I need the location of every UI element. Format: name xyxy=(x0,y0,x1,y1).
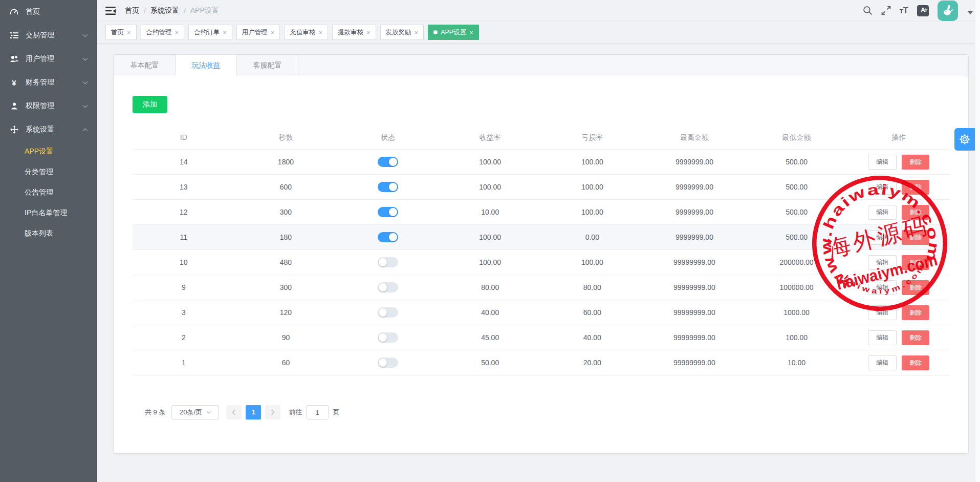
page-size-value: 20条/页 xyxy=(180,408,202,417)
cell-actions: 编辑删除 xyxy=(847,330,950,345)
tab[interactable]: 基本配置 xyxy=(114,55,176,75)
sidebar-sub-item[interactable]: 分类管理 xyxy=(0,162,97,182)
edit-button[interactable]: 编辑 xyxy=(868,255,897,270)
page-number-current[interactable]: 1 xyxy=(246,405,261,420)
cell-id: 1 xyxy=(133,359,235,367)
tab[interactable]: 玩法收益 xyxy=(176,55,237,75)
cell-actions: 编辑删除 xyxy=(847,205,950,220)
cell-min-amount: 500.00 xyxy=(746,158,848,166)
cell-profit-rate: 40.00 xyxy=(439,308,541,317)
status-toggle[interactable] xyxy=(378,257,398,267)
toggle-knob xyxy=(389,158,397,166)
close-icon[interactable]: × xyxy=(127,29,131,36)
column-header: 秒数 xyxy=(235,133,337,142)
tag-label: 首页 xyxy=(111,28,124,37)
view-tag[interactable]: 首页 × xyxy=(105,25,137,40)
close-icon[interactable]: × xyxy=(175,29,179,36)
edit-button[interactable]: 编辑 xyxy=(868,280,897,295)
sidebar-item-users[interactable]: 用户管理 xyxy=(0,47,97,71)
cell-profit-rate: 10.00 xyxy=(439,208,541,216)
sidebar-sub-item[interactable]: APP设置 xyxy=(0,141,97,162)
caret-down-icon[interactable] xyxy=(968,11,973,14)
view-tag[interactable]: 合约订单 × xyxy=(188,25,232,40)
table-row: 10 480 100.00 100.00 99999999.00 200000.… xyxy=(133,250,950,275)
delete-button[interactable]: 删除 xyxy=(902,205,929,220)
delete-button[interactable]: 删除 xyxy=(902,280,929,295)
edit-button[interactable]: 编辑 xyxy=(868,155,897,170)
status-toggle[interactable] xyxy=(378,182,398,192)
trade-list-icon xyxy=(9,31,19,39)
close-icon[interactable]: × xyxy=(469,29,473,36)
delete-button[interactable]: 删除 xyxy=(902,255,929,270)
collapse-sidebar-icon[interactable] xyxy=(105,6,116,15)
column-header: ID xyxy=(133,133,235,142)
navbar: 首页 / 系统设置 / APP设置 TT A 文 xyxy=(97,0,980,22)
settings-drawer-button[interactable] xyxy=(954,128,975,151)
cell-actions: 编辑删除 xyxy=(847,155,950,170)
delete-button[interactable]: 删除 xyxy=(902,305,929,320)
delete-button[interactable]: 删除 xyxy=(902,330,929,345)
add-button[interactable]: 添加 xyxy=(133,96,167,113)
translate-icon[interactable]: A 文 xyxy=(917,5,929,16)
cell-id: 2 xyxy=(133,333,235,342)
edit-button[interactable]: 编辑 xyxy=(868,305,897,320)
cell-loss-rate: 100.00 xyxy=(541,183,644,191)
view-tag[interactable]: APP设置 × xyxy=(428,25,479,40)
close-icon[interactable]: × xyxy=(318,29,322,36)
sidebar-sub-item[interactable]: 版本列表 xyxy=(0,223,97,244)
status-toggle[interactable] xyxy=(378,207,398,217)
status-toggle[interactable] xyxy=(378,232,398,242)
close-icon[interactable]: × xyxy=(415,29,419,36)
status-toggle[interactable] xyxy=(378,157,398,167)
sidebar-item-permission[interactable]: 权限管理 xyxy=(0,94,97,118)
edit-button[interactable]: 编辑 xyxy=(868,205,897,220)
view-tag[interactable]: 发放奖励 × xyxy=(380,25,424,40)
view-tag[interactable]: 用户管理 × xyxy=(236,25,280,40)
cell-seconds: 300 xyxy=(235,283,337,291)
cell-profit-rate: 50.00 xyxy=(439,359,541,367)
avatar[interactable] xyxy=(938,1,958,21)
view-tag[interactable]: 充值审核 × xyxy=(284,25,328,40)
tab[interactable]: 客服配置 xyxy=(237,55,298,75)
status-toggle[interactable] xyxy=(378,282,398,292)
status-toggle[interactable] xyxy=(378,332,398,343)
sidebar-item-system[interactable]: 系统设置 xyxy=(0,118,97,141)
close-icon[interactable]: × xyxy=(366,29,371,36)
sidebar-item-home[interactable]: 首页 xyxy=(0,0,97,24)
table-header-row: ID 秒数 状态 收益率 亏损率 最高金额 最低金额 xyxy=(133,127,950,150)
fullscreen-icon[interactable] xyxy=(881,6,891,15)
edit-button[interactable]: 编辑 xyxy=(868,355,897,370)
sidebar-item-finance[interactable]: ¥ 财务管理 xyxy=(0,71,97,94)
sidebar-sub-item[interactable]: 公告管理 xyxy=(0,182,97,203)
next-page-button[interactable] xyxy=(265,405,280,420)
status-toggle[interactable] xyxy=(378,358,398,368)
page-size-select[interactable]: 20条/页 xyxy=(171,405,219,420)
font-size-icon[interactable]: TT xyxy=(900,6,908,15)
edit-button[interactable]: 编辑 xyxy=(868,330,897,345)
close-icon[interactable]: × xyxy=(271,29,275,36)
breadcrumb-home[interactable]: 首页 xyxy=(125,6,139,15)
goto-page-input[interactable] xyxy=(306,405,329,420)
edit-button[interactable]: 编辑 xyxy=(868,230,897,245)
search-icon[interactable] xyxy=(863,6,873,15)
table-row: 14 1800 100.00 100.00 9999999.00 500.00 … xyxy=(133,150,950,175)
scrollbar-track[interactable] xyxy=(975,0,980,482)
cell-seconds: 120 xyxy=(235,308,337,317)
sidebar-sub-item[interactable]: IP白名单管理 xyxy=(0,203,97,223)
delete-button[interactable]: 删除 xyxy=(902,230,929,245)
active-dot-icon xyxy=(433,30,438,34)
view-tag[interactable]: 提款审核 × xyxy=(332,25,376,40)
delete-button[interactable]: 删除 xyxy=(902,355,929,370)
status-toggle[interactable] xyxy=(378,307,398,318)
delete-button[interactable]: 删除 xyxy=(902,180,929,195)
delete-button[interactable]: 删除 xyxy=(902,155,929,170)
prev-page-button[interactable] xyxy=(226,405,242,420)
sidebar-item-trade[interactable]: 交易管理 xyxy=(0,24,97,47)
table-row: 13 600 100.00 100.00 9999999.00 500.00 编… xyxy=(133,175,950,200)
view-tag[interactable]: 合约管理 × xyxy=(141,25,185,40)
close-icon[interactable]: × xyxy=(223,29,227,36)
breadcrumb-system[interactable]: 系统设置 xyxy=(150,6,179,15)
cell-min-amount: 200000.00 xyxy=(746,258,848,266)
cell-seconds: 180 xyxy=(235,233,337,241)
edit-button[interactable]: 编辑 xyxy=(868,180,897,195)
